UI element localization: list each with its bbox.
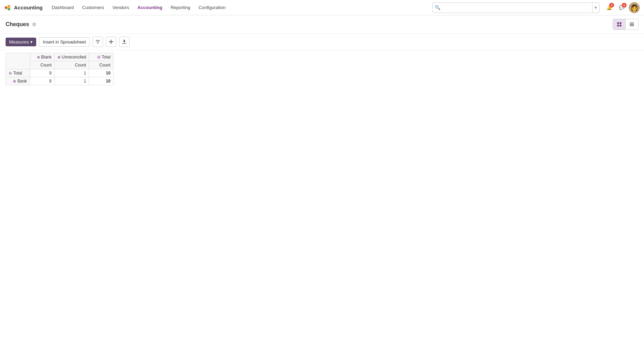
nav-configuration[interactable]: Configuration bbox=[195, 3, 229, 11]
app-name: Accounting bbox=[14, 5, 43, 10]
svg-point-2 bbox=[8, 8, 10, 10]
nav-reporting[interactable]: Reporting bbox=[167, 3, 194, 11]
user-avatar[interactable]: 👩 bbox=[629, 2, 640, 13]
svg-rect-6 bbox=[620, 25, 621, 26]
topnav-icons: 🔔 1 💬 1 👩 bbox=[604, 2, 640, 13]
insert-spreadsheet-btn[interactable]: Insert in Spreadsheet bbox=[39, 37, 90, 47]
filter-icon bbox=[95, 39, 100, 44]
total-count-header: Count bbox=[89, 61, 113, 69]
add-measure-btn[interactable] bbox=[106, 37, 116, 47]
nav-customers[interactable]: Customers bbox=[79, 3, 108, 11]
grid-icon bbox=[617, 22, 622, 27]
svg-point-1 bbox=[8, 5, 10, 7]
avatar-image: 👩 bbox=[630, 4, 638, 11]
messages-btn[interactable]: 💬 1 bbox=[616, 2, 627, 13]
view-toggle bbox=[613, 19, 638, 30]
unreconciled-group-header: ⊕ Unreconciled bbox=[55, 53, 89, 61]
table-row: ⊕ Bank 9 1 10 bbox=[6, 77, 113, 85]
total-unreconciled-count: 1 bbox=[55, 69, 89, 77]
col-group-row: ⊕ Blank ⊕ Unreconciled ⊖ Total bbox=[6, 53, 113, 61]
search-icon: 🔍 bbox=[433, 5, 442, 10]
blank-count-header: Count bbox=[30, 61, 55, 69]
search-bar: 🔍 ▾ bbox=[432, 2, 599, 13]
grid-view-btn[interactable] bbox=[613, 19, 626, 30]
notifications-badge: 1 bbox=[609, 3, 614, 8]
pivot-container: ⊕ Blank ⊕ Unreconciled ⊖ Total Count Cou… bbox=[0, 50, 644, 88]
bank-unreconciled-count: 1 bbox=[55, 77, 89, 85]
pivot-table: ⊕ Blank ⊕ Unreconciled ⊖ Total Count Cou… bbox=[6, 53, 113, 85]
filter-btn[interactable] bbox=[93, 37, 103, 47]
svg-rect-14 bbox=[109, 41, 113, 42]
notifications-btn[interactable]: 🔔 1 bbox=[604, 2, 615, 13]
svg-rect-8 bbox=[630, 24, 634, 25]
bank-expand-icon[interactable]: ⊕ bbox=[13, 79, 16, 84]
svg-rect-4 bbox=[620, 22, 621, 24]
nav-accounting[interactable]: Accounting bbox=[134, 3, 166, 11]
search-dropdown-btn[interactable]: ▾ bbox=[592, 3, 599, 13]
settings-icon[interactable]: ⚙ bbox=[32, 22, 37, 27]
list-view-btn[interactable] bbox=[626, 19, 638, 30]
download-btn[interactable] bbox=[119, 37, 129, 47]
table-row: ⊖ Total 9 1 10 bbox=[6, 69, 113, 77]
svg-rect-9 bbox=[630, 25, 634, 26]
total-row-collapse-icon[interactable]: ⊖ bbox=[9, 71, 12, 76]
svg-point-0 bbox=[5, 6, 7, 9]
logo-icon bbox=[4, 4, 12, 11]
svg-marker-16 bbox=[123, 40, 126, 42]
total-col-header: ⊖ Total bbox=[89, 53, 113, 61]
bank-row-label: ⊕ Bank bbox=[6, 77, 30, 85]
bank-blank-count: 9 bbox=[30, 77, 55, 85]
page-header: Cheques ⚙ bbox=[0, 15, 644, 34]
measures-btn[interactable]: Measures ▾ bbox=[6, 38, 36, 46]
svg-rect-7 bbox=[630, 23, 634, 23]
search-input[interactable] bbox=[442, 5, 592, 10]
total-row-label: ⊖ Total bbox=[6, 69, 30, 77]
messages-badge: 1 bbox=[622, 3, 627, 8]
plus-icon bbox=[109, 39, 113, 44]
blank-expand-icon[interactable]: ⊕ bbox=[37, 55, 40, 59]
measures-chevron: ▾ bbox=[30, 39, 33, 45]
total-collapse-icon[interactable]: ⊖ bbox=[97, 55, 101, 60]
unreconciled-expand-icon[interactable]: ⊕ bbox=[57, 55, 61, 59]
download-icon bbox=[122, 39, 127, 44]
nav-vendors[interactable]: Vendors bbox=[109, 3, 133, 11]
total-blank-count: 9 bbox=[30, 69, 55, 77]
nav-dashboard[interactable]: Dashboard bbox=[48, 3, 78, 11]
toolbar: Measures ▾ Insert in Spreadsheet bbox=[0, 34, 644, 50]
svg-rect-15 bbox=[122, 43, 126, 44]
total-total-count: 10 bbox=[89, 69, 113, 77]
app-logo[interactable]: Accounting bbox=[4, 4, 46, 11]
svg-rect-3 bbox=[617, 22, 619, 24]
unreconciled-count-header: Count bbox=[55, 61, 89, 69]
page-title: Cheques bbox=[6, 21, 29, 28]
topnav: Accounting Dashboard Customers Vendors A… bbox=[0, 0, 644, 15]
blank-group-header: ⊕ Blank bbox=[30, 53, 55, 61]
list-icon bbox=[629, 22, 634, 27]
svg-rect-5 bbox=[617, 25, 619, 26]
measures-label: Measures bbox=[9, 39, 29, 45]
bank-total-count: 10 bbox=[89, 77, 113, 85]
